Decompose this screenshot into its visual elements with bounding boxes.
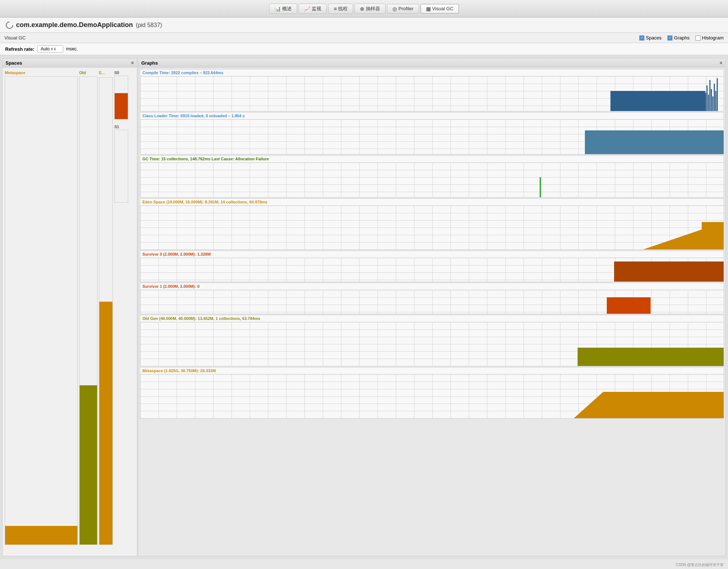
class-loader-graph: Class Loader Time: 5915 loaded, 0 unload… (140, 112, 724, 154)
visualgc-icon: ▦ (426, 6, 431, 12)
tab-monitor-label: 监视 (312, 5, 321, 12)
s1-bar-container (114, 130, 128, 203)
compile-spikes (704, 76, 724, 111)
tool-bar: Visual GC ✓ Spaces ✓ Graphs Histogram (0, 33, 728, 43)
eden-space-title: Eden Space (19.000M, 16.000M): 8.391M, 1… (140, 199, 724, 206)
surv0-bar (614, 261, 724, 282)
metaspace-fill-bar (5, 526, 77, 545)
refresh-icon[interactable] (4, 20, 15, 30)
gc-time-canvas (140, 163, 724, 197)
refresh-bar: Refresh rate: Auto ⬆⬇ msec. (0, 43, 728, 55)
refresh-rate-value: Auto (41, 46, 50, 51)
old-gen-label: Old (79, 70, 86, 75)
spaces-close-button[interactable]: × (131, 60, 134, 66)
old-gen-fill-bar (80, 385, 97, 545)
spaces-panel: Spaces × Metaspace Old E... (2, 58, 137, 556)
refresh-rate-select[interactable]: Auto ⬆⬇ (37, 45, 63, 53)
tab-overview-label: 概述 (282, 5, 292, 12)
graphs-checkbox[interactable]: ✓ (667, 35, 673, 41)
app-title: com.example.demo.DemoApplication (16, 21, 133, 29)
surv1-bar (607, 297, 651, 314)
spike-7 (712, 96, 713, 111)
spaces-checkbox[interactable]: ✓ (639, 35, 644, 41)
graphs-panel-header: Graphs × (138, 58, 725, 68)
graphs-close-button[interactable]: × (720, 60, 723, 66)
refresh-rate-unit: msec. (66, 46, 78, 51)
spike-6 (711, 89, 712, 111)
tab-profiler[interactable]: ◎ Profiler (387, 4, 419, 14)
metaspace-label: Metaspace (5, 70, 25, 75)
tab-sampler-label: 抽样器 (366, 5, 380, 12)
nav-bar: 📊 概述 📈 监视 ≡ 线程 ⊕ 抽样器 ◎ Profiler ▦ Visual… (0, 0, 728, 18)
eden-grid (140, 206, 724, 249)
graphs-panel-title: Graphs (141, 60, 158, 66)
tab-threads[interactable]: ≡ 线程 (328, 4, 353, 14)
overview-icon: 📊 (275, 6, 281, 12)
gc-time-graph: GC Time: 15 collections, 148.762ms Last … (140, 155, 724, 198)
graphs-content: Compile Time: 2922 compiles – 922.644ms (138, 68, 725, 556)
s0-fill-bar (115, 93, 128, 119)
s0-section: S0 (114, 70, 128, 119)
old-gen-column: Old (79, 70, 97, 545)
class-loader-canvas (140, 119, 724, 154)
spaces-checkbox-label: Spaces (646, 35, 662, 41)
eden-fill-bar (99, 302, 112, 545)
spike-10 (717, 78, 718, 111)
histogram-checkbox-item[interactable]: Histogram (696, 35, 724, 41)
oldgen-bar (578, 348, 724, 366)
metaspace-triangle (574, 392, 603, 418)
graphs-checkbox-item[interactable]: ✓ Graphs (667, 35, 690, 41)
metaspace-column: Metaspace (5, 70, 78, 545)
threads-icon: ≡ (334, 6, 337, 12)
tab-visualgc-label: Visual GC (432, 6, 453, 11)
spike-9 (715, 91, 716, 111)
checkboxes-group: ✓ Spaces ✓ Graphs Histogram (639, 35, 724, 41)
spike-2 (705, 93, 706, 111)
tab-threads-label: 线程 (338, 5, 348, 12)
graphs-panel: Graphs × Compile Time: 2922 compiles – 9… (138, 58, 726, 556)
s1-label: S1 (114, 125, 119, 129)
spike-8 (714, 84, 715, 111)
eden-space-canvas (140, 206, 724, 249)
survivor0-title: Survivor 0 (2.000M, 2.000M): 1.328M (140, 251, 724, 258)
spaces-visualization: Metaspace Old E... (3, 68, 137, 556)
gc-spike (540, 177, 541, 197)
graphs-checkbox-label: Graphs (674, 35, 690, 41)
tab-overview[interactable]: 📊 概述 (269, 4, 297, 14)
s1-section: S1 (114, 125, 128, 203)
compile-main-block (610, 91, 705, 111)
gc-grid (140, 163, 724, 197)
compile-time-canvas (140, 76, 724, 111)
old-gen-graph: Old Gen (40.000M, 40.000M): 13.652M, 1 c… (140, 315, 724, 366)
metaspace-graph-bar (603, 392, 724, 418)
class-loader-title: Class Loader Time: 5915 loaded, 0 unload… (140, 112, 724, 119)
tab-profiler-label: Profiler (398, 6, 413, 11)
profiler-icon: ◎ (392, 6, 397, 12)
s0-bar-container (114, 76, 128, 119)
app-pid: (pid 5837) (136, 22, 162, 28)
old-gen-title: Old Gen (40.000M, 40.000M): 13.652M, 1 c… (140, 315, 724, 322)
compile-time-graph: Compile Time: 2922 compiles – 922.644ms (140, 69, 724, 111)
metaspace-bar-container (5, 76, 78, 545)
eden-column: E... (99, 70, 113, 545)
eden-label: E... (99, 70, 105, 75)
spike-5 (709, 80, 710, 111)
gc-time-title: GC Time: 15 collections, 148.762ms Last … (140, 156, 724, 163)
spaces-panel-header: Spaces × (3, 58, 137, 68)
spinner-arrows-icon[interactable]: ⬆⬇ (50, 47, 56, 51)
eden-bar-container (99, 77, 113, 545)
survivor1-canvas (140, 290, 724, 314)
main-content: Spaces × Metaspace Old E... (0, 55, 728, 559)
visual-gc-label: Visual GC (4, 35, 26, 41)
s0-label: S0 (114, 70, 119, 75)
tab-visualgc[interactable]: ▦ Visual GC (421, 4, 459, 14)
footer-credit: CSDN @零点玖的循环等于零 (676, 562, 724, 568)
spaces-checkbox-item[interactable]: ✓ Spaces (639, 35, 662, 41)
eden-space-graph: Eden Space (19.000M, 16.000M): 8.391M, 1… (140, 198, 724, 250)
histogram-checkbox[interactable] (696, 35, 701, 41)
tab-monitor[interactable]: 📈 监视 (299, 4, 327, 14)
old-gen-bar-container (79, 76, 97, 545)
spike-3 (706, 85, 708, 111)
histogram-checkbox-label: Histogram (702, 35, 724, 41)
tab-sampler[interactable]: ⊕ 抽样器 (355, 4, 386, 14)
